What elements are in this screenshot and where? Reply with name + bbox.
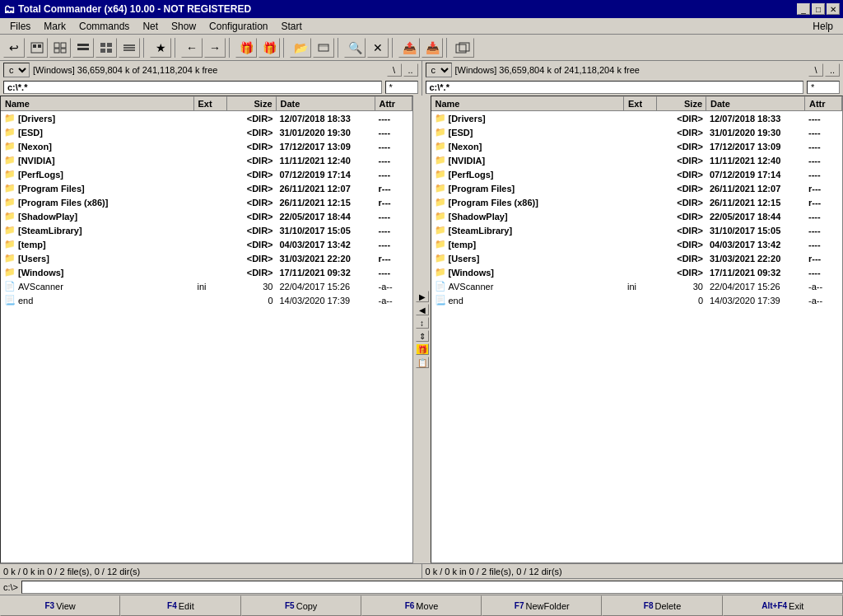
cmd-f3[interactable]: F3 View	[0, 595, 120, 616]
right-drive-up[interactable]: ..	[825, 63, 840, 77]
table-row[interactable]: 📁[SteamLibrary]<DIR>31/10/2017 15:05----	[431, 223, 843, 237]
cell-attr: ----	[375, 240, 412, 250]
menu-mark[interactable]: Mark	[37, 19, 72, 34]
table-row[interactable]: 📁[Program Files]<DIR>26/11/2021 12:07r--…	[431, 181, 843, 195]
cmd-f7[interactable]: F7 NewFolder	[482, 595, 602, 616]
table-row[interactable]: 📁[NVIDIA]<DIR>11/11/2021 12:40----	[431, 153, 843, 167]
table-row[interactable]: 📁[Drivers]<DIR>12/07/2018 18:33----	[1, 111, 412, 125]
table-row[interactable]: 📁[ShadowPlay]<DIR>22/05/2017 18:44----	[1, 209, 412, 223]
folder-icon: 📁	[435, 127, 446, 138]
toolbar-upload[interactable]: 📤	[398, 38, 420, 58]
cell-attr: ----	[375, 268, 412, 278]
right-header-ext[interactable]: Ext	[624, 96, 657, 110]
right-drive-nav: \ ..	[808, 63, 840, 77]
cmd-f8[interactable]: F8 Delete	[602, 595, 722, 616]
cell-size: <DIR>	[227, 226, 277, 236]
table-row[interactable]: 📁[PerfLogs]<DIR>07/12/2019 17:14----	[431, 167, 843, 181]
table-row[interactable]: 📁[NVIDIA]<DIR>11/11/2021 12:40----	[1, 153, 412, 167]
table-row[interactable]: 📁[Program Files (x86)]<DIR>26/11/2021 12…	[431, 195, 843, 209]
menu-files[interactable]: Files	[3, 19, 37, 34]
toolbar-copy[interactable]	[453, 38, 474, 58]
cell-size: <DIR>	[657, 156, 706, 166]
toolbar-cross[interactable]: ✕	[367, 38, 389, 58]
right-drive-root[interactable]: \	[808, 63, 823, 77]
table-row[interactable]: 📁[PerfLogs]<DIR>07/12/2019 17:14----	[1, 167, 412, 181]
table-row[interactable]: 📁[temp]<DIR>04/03/2017 13:42----	[1, 237, 412, 251]
table-row[interactable]: 📃end014/03/2020 17:39-a--	[1, 293, 412, 307]
right-header-attr[interactable]: Attr	[805, 96, 842, 110]
toolbar-gift1[interactable]: 🎁	[235, 38, 257, 58]
cell-size: <DIR>	[657, 198, 706, 208]
table-row[interactable]: 📁[Users]<DIR>31/03/2021 22:20r---	[1, 251, 412, 265]
side-btn-6[interactable]: 📋	[416, 357, 429, 368]
cmd-f4[interactable]: F4 Edit	[120, 595, 240, 616]
toolbar-search[interactable]: 🔍	[344, 38, 366, 58]
toolbar-btn-5[interactable]	[95, 38, 117, 58]
menu-help[interactable]: Help	[806, 19, 840, 34]
toolbar-btn-3[interactable]	[49, 38, 71, 58]
cmd-altf4[interactable]: Alt+F4 Exit	[723, 595, 843, 616]
table-row[interactable]: 📄AVScannerini3022/04/2017 15:26-a--	[431, 279, 843, 293]
cmd-f6-key: F6	[405, 601, 415, 610]
table-row[interactable]: 📁[Program Files (x86)]<DIR>26/11/2021 12…	[1, 195, 412, 209]
table-row[interactable]: 📁[Drivers]<DIR>12/07/2018 18:33----	[431, 111, 843, 125]
table-row[interactable]: 📁[Windows]<DIR>17/11/2021 09:32----	[1, 265, 412, 279]
cell-name: 📁[Users]	[431, 253, 625, 264]
svg-rect-11	[100, 49, 105, 53]
table-row[interactable]: 📃end014/03/2020 17:39-a--	[431, 293, 843, 307]
menu-commands[interactable]: Commands	[72, 19, 136, 34]
table-row[interactable]: 📁[Nexon]<DIR>17/12/2017 13:09----	[1, 139, 412, 153]
right-header-name[interactable]: Name	[431, 96, 625, 110]
right-header-date[interactable]: Date	[706, 96, 805, 110]
left-header-attr[interactable]: Attr	[375, 96, 412, 110]
menu-configuration[interactable]: Configuration	[203, 19, 274, 34]
toolbar-folder[interactable]: 📂	[290, 38, 311, 58]
table-row[interactable]: 📁[temp]<DIR>04/03/2017 13:42----	[431, 237, 843, 251]
toolbar-sep-1	[143, 38, 147, 58]
table-row[interactable]: 📁[ESD]<DIR>31/01/2020 19:30----	[1, 125, 412, 139]
drive-bar: c [Windows] 36,659,804 k of 241,118,204 …	[0, 61, 843, 79]
toolbar-download[interactable]: 📥	[422, 38, 443, 58]
menu-show[interactable]: Show	[165, 19, 203, 34]
side-btn-3[interactable]: ↕	[416, 317, 429, 329]
cmd-f6[interactable]: F6 Move	[361, 595, 482, 616]
left-drive-select[interactable]: c	[3, 63, 30, 77]
table-row[interactable]: 📄AVScannerini3022/04/2017 15:26-a--	[1, 279, 412, 293]
toolbar-prev[interactable]: ←	[181, 38, 203, 58]
right-drive-select[interactable]: c	[426, 63, 452, 77]
table-row[interactable]: 📁[Users]<DIR>31/03/2021 22:20r---	[431, 251, 843, 265]
side-btn-5[interactable]: 🎁	[416, 343, 429, 355]
minimize-button[interactable]: _	[797, 3, 810, 15]
left-header-size[interactable]: Size	[227, 96, 277, 110]
toolbar-btn-6[interactable]	[119, 38, 140, 58]
menu-net[interactable]: Net	[136, 19, 165, 34]
table-row[interactable]: 📁[Nexon]<DIR>17/12/2017 13:09----	[431, 139, 843, 153]
toolbar-btn-4[interactable]	[72, 38, 94, 58]
left-header-name[interactable]: Name	[1, 96, 194, 110]
left-drive-up[interactable]: ..	[403, 63, 418, 77]
path-input-field[interactable]	[21, 581, 843, 594]
side-btn-copy-right[interactable]: ▶	[416, 291, 429, 302]
table-row[interactable]: 📁[Windows]<DIR>17/11/2021 09:32----	[431, 265, 843, 279]
side-btn-4[interactable]: ⇕	[416, 330, 429, 342]
toolbar-gift2[interactable]: 🎁	[258, 38, 280, 58]
toolbar-back[interactable]: ↩	[3, 38, 25, 58]
maximize-button[interactable]: □	[812, 3, 825, 15]
toolbar-btn-2[interactable]	[26, 38, 48, 58]
close-button[interactable]: ✕	[827, 3, 840, 15]
table-row[interactable]: 📁[ShadowPlay]<DIR>22/05/2017 18:44----	[431, 209, 843, 223]
left-header-date[interactable]: Date	[277, 96, 375, 110]
menu-start[interactable]: Start	[274, 19, 308, 34]
toolbar-star[interactable]: ★	[150, 38, 171, 58]
cell-date: 11/11/2021 12:40	[706, 156, 805, 166]
right-header-size[interactable]: Size	[657, 96, 706, 110]
cmd-f5[interactable]: F5 Copy	[241, 595, 361, 616]
table-row[interactable]: 📁[ESD]<DIR>31/01/2020 19:30----	[431, 125, 843, 139]
left-drive-root[interactable]: \	[387, 63, 402, 77]
toolbar-btn-url[interactable]	[313, 38, 334, 58]
toolbar-next[interactable]: →	[204, 38, 226, 58]
table-row[interactable]: 📁[Program Files]<DIR>26/11/2021 12:07r--…	[1, 181, 412, 195]
left-header-ext[interactable]: Ext	[194, 96, 227, 110]
side-btn-copy-left[interactable]: ◀	[416, 304, 429, 315]
table-row[interactable]: 📁[SteamLibrary]<DIR>31/10/2017 15:05----	[1, 223, 412, 237]
